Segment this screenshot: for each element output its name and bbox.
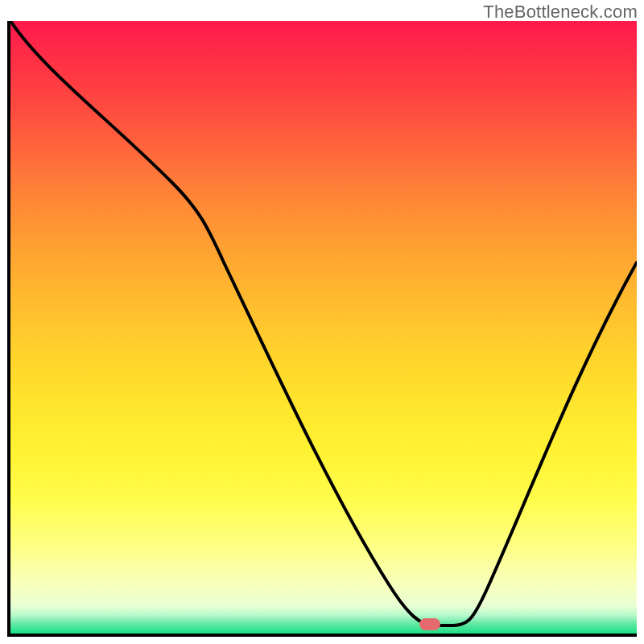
- bottleneck-curve: [10, 21, 637, 634]
- curve-path: [10, 21, 637, 625]
- watermark-text: TheBottleneck.com: [483, 2, 638, 23]
- chart-plot-area: [7, 21, 637, 637]
- optimal-point-marker: [419, 618, 440, 630]
